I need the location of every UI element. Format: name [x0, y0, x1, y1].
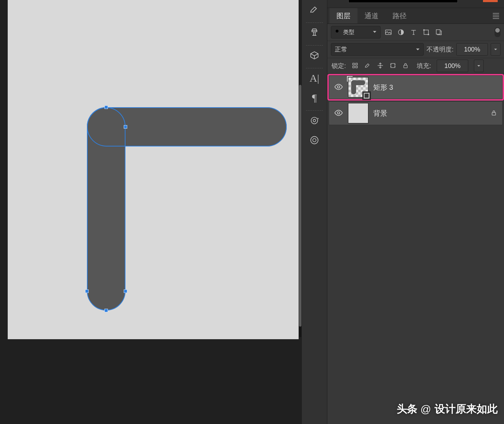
dock-separator [306, 65, 323, 68]
dock-target-icon[interactable] [302, 111, 327, 130]
smart-filter-icon[interactable] [434, 27, 444, 37]
fill-dropdown[interactable] [474, 60, 484, 72]
blend-opacity-row: 正常 不透明度: 100% [327, 41, 504, 58]
type-filter-icon[interactable] [409, 27, 418, 37]
shape-layer-badge-icon [362, 91, 371, 100]
lock-pixels-icon[interactable] [352, 62, 359, 70]
lock-brush-icon[interactable] [364, 62, 371, 70]
opacity-dropdown[interactable] [491, 43, 500, 56]
panel-tab-bar: 图层 通道 路径 [327, 8, 504, 24]
svg-point-18 [338, 111, 340, 114]
visibility-toggle-icon[interactable] [334, 108, 343, 118]
document-area [0, 0, 301, 424]
anchor-handle[interactable] [124, 125, 127, 129]
blend-mode-dropdown[interactable]: 正常 [331, 43, 424, 56]
svg-point-17 [338, 86, 340, 88]
scrollbar-thumb[interactable] [299, 85, 301, 327]
canvas-scrollbar-vertical[interactable] [299, 85, 301, 337]
workspace: A| ¶ 图层 通道 路径 [0, 0, 504, 424]
watermark-at: @ [421, 403, 431, 415]
search-icon [335, 29, 340, 36]
dock-separator [306, 20, 323, 23]
adjust-filter-icon[interactable] [396, 27, 406, 37]
svg-rect-15 [391, 63, 395, 68]
watermark-logo: 头条 [397, 402, 417, 416]
svg-rect-19 [492, 112, 496, 115]
anchor-handle[interactable] [104, 105, 108, 109]
image-filter-icon[interactable] [383, 27, 393, 37]
svg-point-0 [311, 117, 318, 124]
shape-rect-horizontal [87, 107, 287, 146]
anchor-handle[interactable] [124, 289, 127, 293]
watermark: 头条 @ 设计原来如此 [397, 402, 498, 416]
svg-point-2 [311, 137, 318, 144]
svg-point-3 [313, 138, 316, 142]
svg-rect-9 [428, 34, 429, 35]
canvas[interactable] [8, 0, 299, 339]
swatch-foreground[interactable] [483, 0, 498, 2]
dock-character-icon[interactable]: A| [302, 68, 327, 88]
shape-filter-icon[interactable] [421, 27, 431, 37]
anchor-handle[interactable] [104, 309, 108, 312]
opacity-value: 100% [464, 46, 480, 53]
dock-separator [306, 108, 323, 111]
dock-brush-icon[interactable] [302, 0, 327, 20]
svg-rect-10 [436, 30, 440, 34]
fill-value: 100% [444, 62, 461, 70]
chevron-down-icon [416, 46, 420, 53]
svg-rect-8 [423, 29, 425, 31]
visibility-toggle-icon[interactable] [334, 82, 343, 93]
dock-separator [306, 42, 323, 46]
panel-dock: A| ¶ [301, 0, 327, 424]
opacity-label: 不透明度: [427, 45, 454, 54]
filter-kind-dropdown[interactable]: 类型 [331, 26, 381, 39]
layer-thumbnail[interactable] [348, 103, 368, 123]
svg-rect-11 [353, 63, 354, 65]
lock-fill-row: 锁定: 填充: 100% [327, 58, 504, 74]
lock-artboard-icon[interactable] [389, 62, 396, 70]
opacity-input[interactable]: 100% [456, 43, 488, 56]
panel-menu-icon[interactable] [491, 12, 500, 20]
anchor-handle[interactable] [85, 289, 89, 293]
tab-paths[interactable]: 路径 [386, 8, 414, 23]
tab-channels[interactable]: 通道 [357, 8, 386, 23]
svg-rect-7 [424, 30, 429, 35]
tab-layers[interactable]: 图层 [329, 8, 357, 23]
layer-list: 矩形 3 背景 [327, 74, 504, 125]
layer-row[interactable]: 背景 [329, 101, 503, 125]
blend-mode-value: 正常 [335, 45, 347, 54]
gradient-preview[interactable] [348, 0, 458, 3]
dock-clone-icon[interactable] [302, 23, 327, 42]
svg-rect-12 [356, 63, 357, 65]
lock-all-icon[interactable] [402, 62, 409, 70]
svg-point-1 [313, 119, 316, 122]
svg-point-4 [336, 30, 339, 33]
lock-label: 锁定: [332, 62, 346, 70]
svg-rect-14 [356, 66, 357, 68]
svg-rect-13 [353, 66, 354, 68]
lock-icon[interactable] [490, 109, 497, 117]
layer-row[interactable]: 矩形 3 [329, 75, 503, 99]
dock-cc-icon[interactable] [302, 130, 327, 150]
dock-3d-icon[interactable] [302, 46, 327, 65]
chevron-down-icon [373, 29, 377, 35]
layer-name[interactable]: 背景 [373, 109, 387, 118]
fill-label: 填充: [417, 62, 431, 70]
dock-paragraph-icon[interactable]: ¶ [302, 88, 327, 108]
layer-thumbnail[interactable] [348, 77, 368, 97]
lock-position-icon[interactable] [377, 62, 384, 70]
filter-toggle[interactable] [495, 27, 500, 37]
filter-kind-label: 类型 [343, 29, 354, 36]
svg-rect-16 [404, 65, 407, 68]
color-strip [327, 0, 504, 8]
watermark-handle: 设计原来如此 [435, 402, 498, 416]
layer-filter-row: 类型 [327, 24, 504, 41]
layer-name[interactable]: 矩形 3 [373, 83, 393, 92]
fill-input[interactable]: 100% [437, 60, 468, 72]
right-panel-column: 图层 通道 路径 类型 [327, 0, 504, 424]
